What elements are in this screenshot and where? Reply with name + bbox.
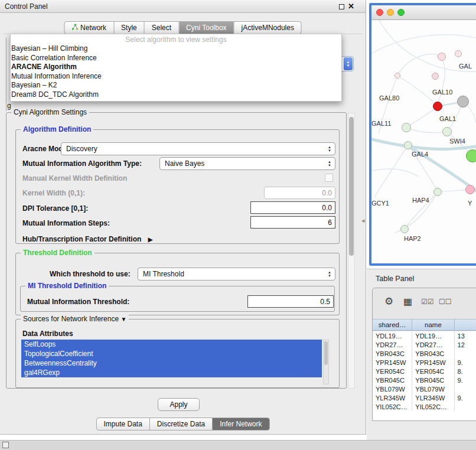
network-node[interactable] [395, 73, 400, 79]
panel-collapse-arrow-icon[interactable]: ◂ [361, 217, 365, 224]
table-row[interactable]: YBR045C YBR045C 9. [373, 376, 476, 384]
attributes-scrollbar-thumb[interactable] [324, 341, 328, 365]
network-node[interactable] [438, 53, 446, 61]
dropdown-option[interactable]: Basic Correlation Inference [11, 54, 341, 63]
cell: YBL079W [412, 384, 454, 393]
table-toolbar: ⚙ ▦ ☑☑ ☐☐ [373, 288, 476, 319]
hub-section-header[interactable]: Hub/Transcription Factor Definition ▶ [22, 235, 152, 243]
algorithm-dropdown-list: Select algorithm to view settings Bayesi… [10, 34, 342, 102]
close-traffic-light-icon[interactable] [376, 9, 383, 16]
tab-jactivemnodules[interactable]: jActiveMNodules [234, 22, 301, 34]
which-threshold-value: MI Threshold [143, 270, 184, 278]
attribute-item-selected[interactable]: gal4RGexp [21, 368, 322, 377]
which-threshold-combobox[interactable]: MI Threshold ▲▼ [138, 268, 335, 281]
attribute-item-selected[interactable]: TopologicalCoefficient [21, 349, 322, 358]
tab-network[interactable]: Network [64, 22, 114, 34]
zoom-traffic-light-icon[interactable] [397, 9, 405, 16]
dropdown-option[interactable]: Mutual Information Inference [11, 72, 341, 81]
panel-toggle-icon[interactable] [2, 442, 9, 448]
tab-cyni-toolbox[interactable]: Cyni Toolbox [179, 22, 234, 34]
aracne-mode-combobox[interactable]: Discovery ▲▼ [61, 142, 335, 155]
cell [455, 402, 476, 411]
table-row[interactable]: YIL052C… YIL052C… [373, 402, 476, 411]
kernel-width-input[interactable]: 0.0 [264, 187, 335, 199]
sources-legend[interactable]: Sources for Network Inference ▼ [21, 315, 129, 323]
network-node[interactable] [455, 50, 462, 57]
table-row[interactable]: YBL079W YBL079W [373, 384, 476, 393]
dropdown-option[interactable]: Bayesian – Hill Climbing [11, 44, 341, 54]
data-attributes-label: Data Attributes [22, 330, 73, 338]
table-row[interactable]: YDL19… YDL19… 13 [373, 331, 476, 340]
network-node-gal10-red[interactable] [433, 102, 442, 111]
attributes-scrollbar[interactable] [323, 340, 329, 384]
table-row[interactable]: YBR043C YBR043C [373, 349, 476, 358]
node-label: GAL80 [379, 94, 399, 102]
gear-icon[interactable]: ⚙ [384, 295, 393, 308]
tab-impute-data[interactable]: Impute Data [96, 418, 149, 430]
cell: YDL19… [373, 331, 412, 340]
cell: YBR043C [373, 349, 412, 358]
float-window-icon[interactable] [339, 4, 344, 9]
network-node-bright-green[interactable] [466, 149, 476, 162]
tab-discretize-data[interactable]: Discretize Data [150, 418, 213, 430]
minimize-traffic-light-icon[interactable] [387, 9, 394, 16]
column-header-shared-name[interactable]: shared… [373, 319, 412, 330]
close-icon[interactable]: ✕ [348, 2, 354, 11]
dpi-tolerance-input[interactable]: 0.0 [250, 201, 335, 214]
cyni-settings-legend: Cyni Algorithm Settings [11, 108, 89, 116]
node-label: HAP4 [412, 197, 429, 204]
tab-infer-network[interactable]: Infer Network [213, 418, 269, 430]
column-chooser-icon[interactable]: ▦ [403, 296, 412, 307]
network-view-window[interactable]: GAL80 GAL10 GAL11 GAL1 SWI4 GAL4 GCY1 HA… [369, 3, 476, 266]
kernel-width-label: Kernel Width (0,1): [22, 189, 85, 197]
network-window-titlebar[interactable] [371, 5, 476, 20]
control-panel-titlebar[interactable]: Control Panel ✕ [0, 0, 366, 13]
dropdown-option[interactable]: Bayesian – K2 [11, 81, 341, 90]
network-node[interactable] [402, 123, 411, 132]
table-row[interactable]: YLR345W YLR345W 9. [373, 393, 476, 402]
tab-select[interactable]: Select [145, 22, 179, 34]
dropdown-placeholder: Select algorithm to view settings [11, 34, 341, 44]
attribute-item-selected[interactable]: SelfLoops [21, 340, 322, 349]
dropdown-option-selected[interactable]: ARACNE Algorithm [11, 63, 341, 72]
cell: 9. [455, 393, 476, 402]
apply-button[interactable]: Apply [158, 398, 200, 411]
tab-infer-network-label: Infer Network [220, 420, 262, 428]
cell: YBR045C [412, 376, 454, 384]
manual-kernel-checkbox[interactable] [325, 174, 333, 182]
deselect-all-icon[interactable]: ☐☐ [439, 298, 452, 306]
select-all-icon[interactable]: ☑☑ [421, 298, 434, 306]
mi-type-label: Mutual Information Algorithm Type: [22, 159, 142, 168]
mi-steps-input[interactable]: 6 [250, 216, 335, 229]
network-node[interactable] [404, 141, 412, 149]
dropdown-option[interactable]: Dream8 DC_TDC Algorithm [11, 90, 341, 100]
cell: 8. [455, 367, 476, 376]
tab-select-label: Select [152, 24, 171, 32]
mi-type-combobox[interactable]: Naive Bayes ▲▼ [159, 157, 335, 170]
tab-style[interactable]: Style [114, 22, 145, 34]
node-label: SWI4 [449, 138, 465, 145]
table-row[interactable]: YER054C YER054C 8. [373, 367, 476, 376]
aracne-mode-value: Discovery [66, 145, 97, 153]
node-label: Y [468, 200, 472, 207]
mi-type-value: Naive Bayes [165, 159, 204, 168]
column-header-name[interactable]: name [412, 319, 454, 330]
network-node[interactable] [400, 225, 409, 233]
node-label: GAL10 [432, 89, 452, 96]
network-canvas[interactable]: GAL80 GAL10 GAL11 GAL1 SWI4 GAL4 GCY1 HA… [371, 20, 476, 263]
attribute-item-selected[interactable]: BetweennessCentrality [21, 358, 322, 368]
network-node-gray[interactable] [457, 96, 469, 107]
table-row[interactable]: YPR145W YPR145W 9. [373, 358, 476, 367]
status-strip [0, 440, 476, 450]
network-node[interactable] [432, 73, 439, 80]
network-node[interactable] [442, 127, 452, 136]
network-node-pink[interactable] [465, 185, 475, 194]
table-row[interactable]: YDR27… YDR27… 12 [373, 340, 476, 349]
column-header-extra[interactable] [455, 319, 476, 330]
mi-threshold-input[interactable]: 0.5 [247, 295, 334, 308]
table-panel-title: Table Panel [376, 275, 414, 283]
settings-scrollbar-thumb[interactable] [349, 117, 354, 256]
settings-scrollbar[interactable] [348, 113, 355, 389]
network-node[interactable] [433, 188, 442, 196]
cell: 13 [455, 331, 476, 340]
